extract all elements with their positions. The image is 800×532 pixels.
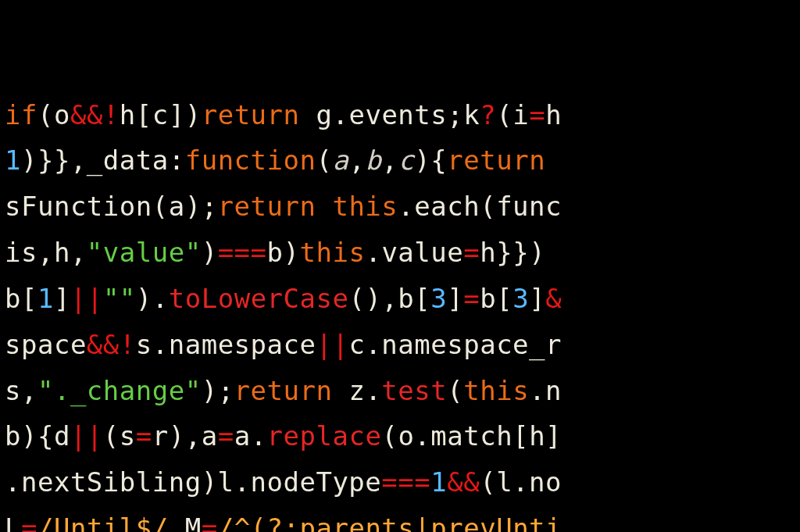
code-token-punc: ) bbox=[202, 237, 218, 268]
code-token-punc: r),a bbox=[152, 420, 218, 452]
code-token-punc: )}},_data: bbox=[21, 145, 185, 176]
code-token-op: || bbox=[70, 420, 103, 452]
code-line: space&&!s.namespace||c.namespace_r bbox=[0, 322, 800, 368]
code-line: if(o&&!h[c])return g.events;k?(i=h bbox=[0, 92, 800, 138]
code-token-op: ? bbox=[480, 99, 496, 130]
code-token-punc: ,M bbox=[169, 512, 202, 532]
code-token-kw: this bbox=[463, 375, 529, 406]
code-token-punc: s, bbox=[5, 375, 38, 406]
code-token-op: && bbox=[70, 99, 103, 130]
code-token-num: 3 bbox=[512, 283, 529, 314]
code-token-punc: ). bbox=[136, 283, 169, 314]
code-token-punc: z. bbox=[332, 375, 381, 406]
code-token-op: ! bbox=[103, 99, 120, 130]
code-token-num: 1 bbox=[5, 145, 21, 176]
code-token-str: "value" bbox=[87, 237, 202, 268]
code-line: b[1]||"").toLowerCase(),b[3]=b[3]& bbox=[0, 276, 800, 322]
code-token-punc: (l.no bbox=[480, 466, 562, 498]
code-token-punc: h[c]) bbox=[120, 99, 202, 130]
code-lines: if(o&&!h[c])return g.events;k?(i=h1)}},_… bbox=[0, 92, 800, 532]
code-token-op: || bbox=[70, 283, 103, 314]
code-token-punc: , bbox=[348, 145, 365, 176]
code-token-op: && bbox=[447, 466, 480, 498]
code-token-op: = bbox=[463, 283, 480, 314]
code-token-op: & bbox=[545, 283, 562, 314]
code-token-fn: test bbox=[381, 375, 447, 406]
code-token-punc: ){ bbox=[414, 145, 447, 176]
code-token-punc: is,h, bbox=[5, 237, 87, 268]
code-token-punc: ] bbox=[447, 283, 463, 314]
code-line: s,"._change");return z.test(this.n bbox=[0, 368, 800, 414]
code-token-punc: .nextSibling)l.nodeType bbox=[5, 466, 381, 498]
code-token-punc: (i bbox=[496, 99, 529, 130]
code-token-punc: b[ bbox=[5, 283, 38, 314]
code-token-punc: b){d bbox=[5, 420, 70, 452]
code-token-param: a bbox=[332, 145, 348, 176]
code-token-op: === bbox=[381, 466, 430, 498]
code-token-kw: return bbox=[218, 191, 316, 222]
code-token-punc: sFunction(a); bbox=[5, 191, 218, 222]
code-token-fn: replace bbox=[267, 420, 382, 452]
code-token-op: === bbox=[218, 237, 267, 268]
code-line: L=/Until$/,M=/^(?:parents|prevUnti bbox=[0, 505, 800, 532]
code-token-punc: , bbox=[381, 145, 398, 176]
code-token-punc: .value bbox=[365, 237, 463, 268]
code-token-op: = bbox=[136, 420, 152, 452]
code-token-fn: toLowerCase bbox=[169, 283, 349, 314]
code-token-param: c bbox=[398, 145, 414, 176]
code-token-op: = bbox=[218, 420, 234, 452]
code-token-num: 1 bbox=[430, 466, 447, 498]
code-line: sFunction(a);return this.each(func bbox=[0, 184, 800, 230]
code-token-kw: if bbox=[5, 99, 38, 130]
code-token-op: = bbox=[21, 512, 38, 532]
code-token-punc: .each(func bbox=[398, 191, 562, 222]
code-token-punc: .n bbox=[529, 375, 562, 406]
code-token-punc: h}}) bbox=[480, 237, 545, 268]
code-token-punc: b) bbox=[267, 237, 300, 268]
code-token-str: "" bbox=[103, 283, 136, 314]
code-token-kw: return bbox=[234, 375, 333, 406]
code-token-op: ! bbox=[120, 329, 136, 360]
code-token-punc: ( bbox=[316, 145, 332, 176]
code-token-num: 3 bbox=[430, 283, 447, 314]
code-token-punc: (s bbox=[103, 420, 136, 452]
code-token-punc: L bbox=[5, 512, 21, 532]
code-token-punc: h bbox=[545, 99, 562, 130]
code-token-punc: g.events;k bbox=[300, 99, 480, 130]
code-token-regex: /Until$/ bbox=[38, 512, 169, 532]
code-token-regex: /^(?:parents|prevUnti bbox=[218, 512, 562, 532]
code-line: .nextSibling)l.nodeType===1&&(l.no bbox=[0, 459, 800, 505]
code-line: b){d||(s=r),a=a.replace(o.match[h] bbox=[0, 413, 800, 459]
code-token-punc: ] bbox=[529, 283, 545, 314]
code-token-kw: this bbox=[300, 237, 366, 268]
code-token-op: && bbox=[87, 329, 120, 360]
code-token-str: "._change" bbox=[38, 375, 202, 406]
code-token-op: = bbox=[463, 237, 480, 268]
code-token-kw: function bbox=[185, 145, 316, 176]
code-viewport: if(o&&!h[c])return g.events;k?(i=h1)}},_… bbox=[0, 0, 800, 532]
code-token-kw: return bbox=[447, 145, 545, 176]
code-token-punc: space bbox=[5, 329, 87, 360]
code-token-op: = bbox=[202, 512, 218, 532]
code-line: is,h,"value")===b)this.value=h}}) bbox=[0, 230, 800, 276]
code-token-punc bbox=[316, 191, 332, 222]
code-token-punc: ( bbox=[447, 375, 463, 406]
code-token-punc: (),b[ bbox=[348, 283, 430, 314]
code-line: 1)}},_data:function(a,b,c){return bbox=[0, 137, 800, 184]
code-token-punc: ] bbox=[54, 283, 70, 314]
code-token-param: b bbox=[365, 145, 381, 176]
code-token-kw: return bbox=[202, 99, 300, 130]
code-token-punc: a. bbox=[234, 420, 267, 452]
code-token-punc: s.namespace bbox=[136, 329, 316, 360]
code-token-op: = bbox=[529, 99, 545, 130]
code-token-punc: ); bbox=[202, 375, 234, 406]
code-token-punc: (o.match[h] bbox=[381, 420, 562, 452]
code-token-kw: this bbox=[332, 191, 398, 222]
code-token-punc: c.namespace_r bbox=[348, 329, 562, 360]
code-token-num: 1 bbox=[38, 283, 54, 314]
code-token-op: || bbox=[316, 329, 348, 360]
code-token-punc: (o bbox=[38, 99, 70, 130]
code-token-punc: b[ bbox=[480, 283, 512, 314]
